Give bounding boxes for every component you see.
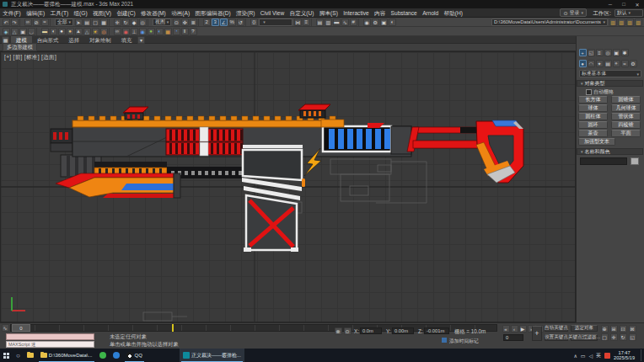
time-slider-handle[interactable]: 0 xyxy=(12,324,30,332)
z-coordinate-field[interactable]: -0.001m xyxy=(424,327,449,334)
unlink-selection-icon[interactable]: ⊘ xyxy=(33,19,40,26)
taskbar-clock[interactable]: 17:47 2025/5/19 xyxy=(614,350,635,360)
show-desktop-button[interactable] xyxy=(641,349,644,361)
primitive-sphere-tan-icon[interactable]: ● xyxy=(67,28,74,35)
menu-item[interactable]: Interactive xyxy=(341,8,372,18)
menu-item[interactable]: 编辑(E) xyxy=(24,8,47,18)
go-to-start-icon[interactable]: « xyxy=(502,325,510,333)
menu-item[interactable]: 视图(V) xyxy=(90,8,114,18)
snaps-toggle-icon[interactable]: ◈ xyxy=(3,28,10,35)
ime-indicator[interactable]: 英 xyxy=(596,352,601,359)
track-bar-marker[interactable] xyxy=(172,324,174,332)
align-icon[interactable]: ≡ xyxy=(303,19,310,26)
menu-item[interactable]: 脚本(S) xyxy=(317,8,341,18)
schematic-view-icon[interactable]: # xyxy=(350,19,357,26)
render-setup-icon[interactable]: ⚙ xyxy=(372,19,379,26)
panel-tab-utilities-icon[interactable]: ✱ xyxy=(621,49,629,56)
snap-toggle-3d-icon[interactable]: 3 xyxy=(212,19,219,26)
angle-snap-toggle-icon[interactable]: ∠ xyxy=(220,19,228,26)
y-coordinate-field[interactable]: 0.00m xyxy=(392,327,414,334)
object-type-button[interactable]: 平面 xyxy=(611,130,641,137)
snap-toggle-2d-icon[interactable]: 2 xyxy=(203,19,211,26)
select-and-place-icon[interactable]: ◎ xyxy=(139,19,147,26)
menu-item[interactable]: 帮助(H) xyxy=(441,8,465,18)
ribbon-tab[interactable]: 填充 xyxy=(116,36,137,44)
play-animation-icon[interactable]: ▶ xyxy=(519,325,527,333)
object-type-button[interactable]: 圆锥体 xyxy=(611,96,641,104)
panel-cat-shapes-icon[interactable]: ◠ xyxy=(588,60,595,67)
asset-tool-4-icon[interactable]: ▥ xyxy=(635,19,642,26)
panel-cat-systems-icon[interactable]: ⚙ xyxy=(630,60,637,67)
ribbon-tab[interactable]: 选择 xyxy=(63,36,84,44)
object-type-button[interactable]: 长方体 xyxy=(578,96,608,104)
maxscript-listener-white[interactable]: MAXScript 迷 xyxy=(6,341,94,348)
menu-item[interactable]: 修改器(M) xyxy=(138,8,169,18)
rendered-frame-window-icon[interactable]: ▣ xyxy=(380,19,388,26)
dome-blue-icon[interactable]: ◔ xyxy=(173,28,180,35)
toggle-ribbon-icon[interactable]: ▬ xyxy=(333,19,341,26)
red-tray-app-icon[interactable] xyxy=(604,353,610,359)
polygon-modeling-panel[interactable]: 多边形建模 xyxy=(3,43,37,51)
object-type-rollout[interactable]: ▾ 对象类型 xyxy=(577,80,643,87)
qq-button[interactable]: QQ xyxy=(123,349,146,362)
zoom-icon[interactable]: ⊕ xyxy=(601,325,609,333)
image-viewer-icon[interactable]: ▣ xyxy=(19,28,27,35)
volume-icon[interactable]: ◁ xyxy=(588,353,593,359)
maxscript-listener-pink[interactable] xyxy=(6,333,94,340)
asset-tool-3-icon[interactable]: ▥ xyxy=(626,19,634,26)
zoom-region-icon[interactable]: ▢ xyxy=(601,333,609,341)
pear-object-icon[interactable]: ● xyxy=(148,28,155,35)
material-editor-icon[interactable]: ◉ xyxy=(363,19,371,26)
minimize-button[interactable]: ─ xyxy=(604,0,617,8)
tray-expand-icon[interactable]: ∧ xyxy=(573,353,577,359)
viewport-scene[interactable] xyxy=(0,51,576,322)
menu-item[interactable]: 内容 xyxy=(372,8,389,18)
object-type-button[interactable]: 管状体 xyxy=(611,113,641,120)
selected-dropdown[interactable]: 选定对象 xyxy=(571,325,598,332)
select-object-icon[interactable]: ➤ xyxy=(75,19,83,26)
sphere-node-icon[interactable]: ◉ xyxy=(139,28,147,35)
redo-icon[interactable]: ↷ xyxy=(11,19,19,26)
mini-curve-editor-button[interactable]: ∿ xyxy=(2,324,9,332)
toggle-layer-explorer-icon[interactable]: ▥ xyxy=(325,19,332,26)
prism-tool-icon[interactable]: △ xyxy=(11,28,19,35)
panel-cat-geometry-icon[interactable]: ● xyxy=(579,60,587,67)
object-type-button[interactable]: 四棱锥 xyxy=(611,121,641,129)
current-frame-field[interactable]: 0 xyxy=(503,334,523,341)
sign-in-box[interactable]: ⊙ 登录 ▾ xyxy=(560,8,587,17)
x-coordinate-field[interactable]: 0.0m xyxy=(360,327,382,334)
primitive-torus-icon[interactable]: ◎ xyxy=(100,28,108,35)
3dsmax-taskbar-button[interactable]: 正义裁决——霰弹枪... xyxy=(180,349,244,362)
primitive-sun-icon[interactable]: ☀ xyxy=(92,28,99,35)
mirror-icon[interactable]: ⋈ xyxy=(294,19,302,26)
menu-item[interactable]: 动画(A) xyxy=(169,8,192,18)
panel-cat-helpers-icon[interactable]: ⌖ xyxy=(613,60,620,67)
zoom-extents-icon[interactable]: ⊡ xyxy=(620,325,627,333)
panel-tab-modify-icon[interactable]: ◱ xyxy=(588,49,595,56)
rectangular-selection-region-icon[interactable]: ▢ xyxy=(92,19,99,26)
spinner-snap-toggle-icon[interactable]: ↺ xyxy=(237,19,244,26)
undo-icon[interactable]: ↶ xyxy=(3,19,10,26)
primitive-pyramid-icon[interactable]: △ xyxy=(83,28,91,35)
primitive-sphere-icon[interactable]: ● xyxy=(58,28,66,35)
axis-tripod-icon[interactable]: ⊥ xyxy=(131,28,138,35)
zoom-all-icon[interactable]: ⊞ xyxy=(610,325,618,333)
menu-item[interactable]: 组(G) xyxy=(71,8,90,18)
menu-item[interactable]: 渲染(R) xyxy=(233,8,258,18)
use-pivot-center-icon[interactable]: ⊙ xyxy=(173,19,180,26)
menu-item[interactable]: 自定义(U) xyxy=(287,8,316,18)
menu-item[interactable]: 文件(F) xyxy=(0,8,24,18)
menu-item[interactable]: Civil View xyxy=(258,8,287,18)
menu-item[interactable]: 图形编辑器(D) xyxy=(192,8,233,18)
window-crossing-toggle-icon[interactable]: ▦ xyxy=(100,19,108,26)
menu-item[interactable]: 创建(C) xyxy=(114,8,138,18)
panel-cat-space-warps-icon[interactable]: ≈ xyxy=(621,60,629,67)
selection-filter-dropdown[interactable]: 全部▾ xyxy=(55,19,73,26)
green-app-button[interactable] xyxy=(96,349,110,362)
close-button[interactable]: ✕ xyxy=(631,0,644,8)
percent-snap-toggle-icon[interactable]: % xyxy=(228,19,236,26)
color-palette-icon[interactable]: ▦ xyxy=(164,28,172,35)
panel-tab-display-icon[interactable]: ▣ xyxy=(613,49,620,56)
name-color-rollout[interactable]: ▾ 名称和颜色 xyxy=(577,148,643,155)
select-and-rotate-icon[interactable]: ↻ xyxy=(122,19,130,26)
